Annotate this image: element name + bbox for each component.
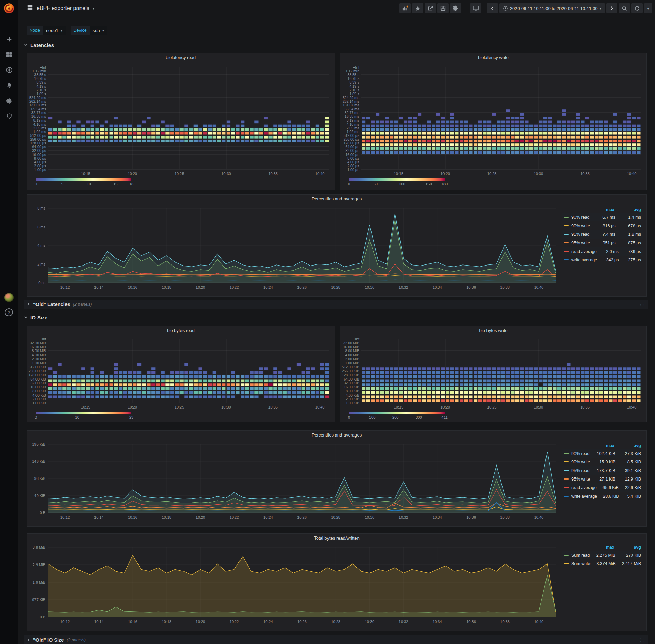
graph-latency-percentiles[interactable]: 0 ns2 ms4 ms6 ms8 ms10:1210:1410:1610:18… xyxy=(27,195,646,296)
x-axis-label: 10:40 xyxy=(531,285,547,289)
heatmap-bio-bytes-read[interactable]: +Inf32.00 MiB16.00 MiB8.00 MiB4.00 MiB2.… xyxy=(27,326,335,422)
add-panel-button[interactable] xyxy=(399,3,411,13)
heatmap-biolatency-read[interactable]: +Inf1.12 min33.55 s16.78 s8.39 s4.19 s2.… xyxy=(27,53,335,190)
legend-header[interactable]: max xyxy=(588,207,614,212)
legend-header[interactable]: max xyxy=(588,443,614,448)
heatmap-biolatency-write[interactable]: +Inf1.12 min33.55 s16.78 s8.39 s4.19 s2.… xyxy=(340,53,646,190)
server-admin-icon[interactable] xyxy=(0,111,18,121)
variable-device[interactable]: Device sda▾ xyxy=(71,26,107,35)
series-color-swatch xyxy=(564,242,569,243)
x-axis-label: 10:35 xyxy=(265,405,281,409)
panel-title[interactable]: Percentiles and averages xyxy=(27,431,646,440)
panel-title[interactable]: biolatency read xyxy=(27,53,335,62)
y-axis-label: 8.00 KiB xyxy=(340,389,359,393)
share-button[interactable] xyxy=(425,3,436,13)
row-header-old-latencies[interactable]: "Old" Latencies (2 panels) ⋮⋮ xyxy=(24,300,648,309)
y-axis-label: 2.00 MiB xyxy=(27,357,46,361)
legend-row[interactable]: write average28.6 KiB5.4 KiB xyxy=(562,492,643,500)
x-axis-label: 10:36 xyxy=(463,620,479,624)
series-max: 27.1 KiB xyxy=(590,477,616,482)
legend-header[interactable]: avg xyxy=(614,443,641,448)
line-chart xyxy=(48,208,556,283)
legend-row[interactable]: Sum read2.275 MiB270 KiB xyxy=(562,551,643,559)
explore-icon[interactable] xyxy=(0,65,18,75)
row-title: IO Size xyxy=(30,315,47,320)
panel-title[interactable]: Percentiles and averages xyxy=(27,195,646,203)
panel-bio-bytes-write: bio bytes write +Inf32.00 MiB16.00 MiB8.… xyxy=(340,326,647,422)
save-button[interactable] xyxy=(437,3,449,13)
legend-row[interactable]: 90% read102.4 KiB27.3 KiB xyxy=(562,449,643,458)
row-header-io-size[interactable]: IO Size xyxy=(24,313,47,321)
series-avg: 875 µs xyxy=(615,241,641,245)
y-axis-label: 2.00 KiB xyxy=(27,397,46,401)
panel-title[interactable]: bio bytes read xyxy=(27,326,335,335)
refresh-interval-button[interactable]: ▾ xyxy=(644,3,652,13)
series-max: 65.6 KiB xyxy=(597,485,619,490)
x-axis-label: 10:30 xyxy=(218,172,234,176)
series-color-swatch xyxy=(564,496,569,497)
row-drag-handle[interactable]: ⋮⋮ xyxy=(639,638,645,642)
legend-row[interactable]: 90% write15.9 KiB8.5 KiB xyxy=(562,458,643,466)
time-back-button[interactable] xyxy=(487,3,498,13)
heatmap-bio-bytes-write[interactable]: +Inf32.00 MiB16.00 MiB8.00 MiB4.00 MiB2.… xyxy=(340,326,646,422)
create-icon[interactable] xyxy=(0,34,18,44)
legend-row[interactable]: Sum write3.374 MiB2.417 MiB xyxy=(562,559,643,568)
row-header-old-io-size[interactable]: "Old" IO Size (2 panels) ⋮⋮ xyxy=(24,635,648,644)
legend-header[interactable]: max xyxy=(588,545,614,550)
y-axis-label: 16.00 KiB xyxy=(27,385,46,389)
panel-io-percentiles: Percentiles and averages 0 B49 KiB98 KiB… xyxy=(27,430,647,527)
series-name: write average xyxy=(571,258,597,262)
x-axis-label: 10:38 xyxy=(497,620,513,624)
heatmap-cells xyxy=(48,67,329,169)
y-axis-label: 1.9 MiB xyxy=(27,580,45,584)
help-icon[interactable]: ? xyxy=(5,308,13,316)
legend-header[interactable]: avg xyxy=(614,207,641,212)
dashboard-title-button[interactable]: eBPF exporter panels ▾ xyxy=(27,4,94,12)
y-axis-label: +Inf xyxy=(27,337,46,341)
avatar[interactable] xyxy=(4,293,14,302)
x-axis-label: 10:20 xyxy=(125,405,140,409)
configuration-icon[interactable] xyxy=(0,96,18,106)
row-drag-handle[interactable]: ⋮⋮ xyxy=(639,302,645,307)
variable-device-label: Device xyxy=(71,26,90,35)
row-header-latencies[interactable]: Latencies xyxy=(24,41,54,49)
y-axis-label: 3.8 MiB xyxy=(27,545,45,549)
grafana-logo[interactable] xyxy=(3,3,15,14)
series-color-swatch xyxy=(564,453,569,454)
settings-button[interactable] xyxy=(450,3,461,13)
refresh-button[interactable] xyxy=(631,3,643,13)
legend-row[interactable]: 90% write816 µs678 µs xyxy=(562,221,643,230)
x-axis-label: 10:20 xyxy=(192,285,208,289)
x-axis-label: 10:35 xyxy=(265,172,281,176)
series-color-swatch xyxy=(564,259,569,260)
mark-favorite-button[interactable] xyxy=(412,3,423,13)
legend-row[interactable]: 95% write27.1 KiB12.9 KiB xyxy=(562,475,643,483)
legend-row[interactable]: write average342 µs275 µs xyxy=(562,256,643,264)
variable-node[interactable]: Node node1▾ xyxy=(27,26,66,35)
cycle-view-button[interactable] xyxy=(470,3,481,13)
legend-row[interactable]: 95% read173.7 KiB39.1 KiB xyxy=(562,466,643,475)
legend-header[interactable]: avg xyxy=(614,545,641,550)
panel-title[interactable]: biolatency write xyxy=(340,53,646,62)
legend-row[interactable]: 90% read6.7 ms1.4 ms xyxy=(562,213,643,221)
zoom-out-button[interactable] xyxy=(619,3,630,13)
dashboards-icon[interactable] xyxy=(0,49,18,60)
legend-row[interactable]: read average65.6 KiB22.6 KiB xyxy=(562,483,643,492)
graph-total-bytes[interactable]: 0 B977 KiB1.9 MiB2.9 MiB3.8 MiB10:1210:1… xyxy=(27,534,646,631)
x-axis-label: 10:12 xyxy=(57,515,73,519)
y-axis-label: 2 ms xyxy=(27,262,45,266)
row-title: Latencies xyxy=(30,42,54,48)
heatmap-cells xyxy=(361,339,641,403)
alerting-icon[interactable] xyxy=(0,80,18,90)
x-axis-label: 10:35 xyxy=(577,172,593,176)
panel-title[interactable]: Total bytes read/written xyxy=(27,534,646,543)
x-axis-label: 10:14 xyxy=(91,515,107,519)
graph-io-percentiles[interactable]: 0 B49 KiB98 KiB146 KiB195 KiB10:1210:141… xyxy=(27,431,646,526)
panel-title[interactable]: bio bytes write xyxy=(340,326,646,335)
time-forward-button[interactable] xyxy=(606,3,617,13)
y-axis-label: 1.00 MiB xyxy=(27,361,46,365)
legend-row[interactable]: 95% write951 µs875 µs xyxy=(562,239,643,247)
legend-row[interactable]: 95% read7.4 ms1.8 ms xyxy=(562,230,643,239)
legend-row[interactable]: read average2.0 ms739 µs xyxy=(562,247,643,256)
time-range-button[interactable]: 2020-06-11 10:11:00 to 2020-06-11 10:41:… xyxy=(499,3,605,13)
